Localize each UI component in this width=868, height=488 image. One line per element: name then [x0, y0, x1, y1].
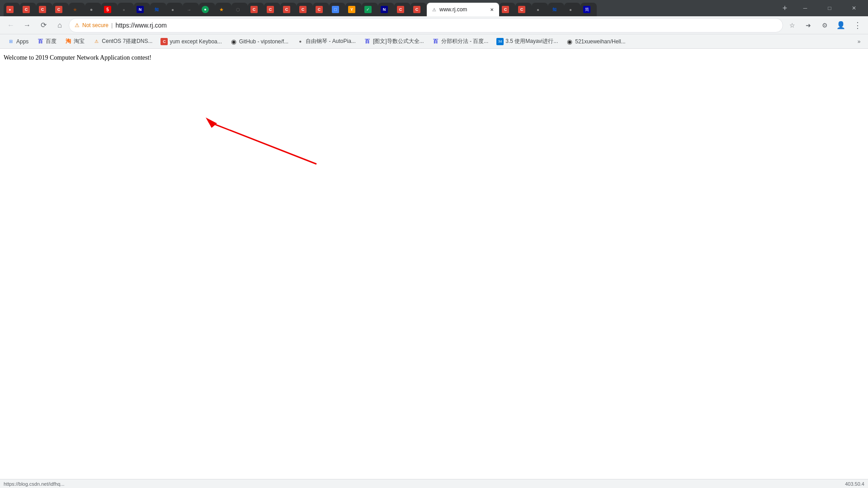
cast-button[interactable]: ➜ [801, 18, 816, 33]
bookmark-integral[interactable]: 百 分部积分法 - 百度... [429, 36, 492, 47]
bookmarks-more-button[interactable]: » [854, 36, 864, 47]
maximize-button[interactable]: □ [819, 0, 840, 16]
bookmark-piano[interactable]: ● 自由钢琴 - AutoPia... [293, 36, 359, 47]
security-icon: ⚠ [75, 22, 80, 28]
tab-19[interactable]: C [297, 3, 313, 16]
tab-favicon-3: C [39, 6, 46, 13]
taobao-icon: 淘 [65, 38, 72, 45]
page-content: Welcome to 2019 Computer Network Applica… [0, 49, 868, 479]
tab-favicon-21: □ [332, 6, 339, 13]
tab-favicon-22: Y [348, 6, 355, 13]
bookmark-521[interactable]: ◉ 521xueweihan/Hell... [562, 36, 629, 47]
bookmark-apps[interactable]: ⊞ Apps [4, 36, 32, 47]
tab-9[interactable]: N [134, 3, 150, 16]
tab-18[interactable]: C [280, 3, 297, 16]
tab-3[interactable]: C [36, 3, 52, 16]
tab-21[interactable]: □ [329, 3, 345, 16]
new-tab-button[interactable]: + [778, 2, 791, 14]
forward-button[interactable]: → [20, 18, 34, 33]
tab-10[interactable]: 知 [150, 3, 166, 16]
address-bar[interactable]: ⚠ Not secure | https://www.rj.com [69, 18, 783, 33]
tab-favicon-15: ⬡ [234, 6, 241, 13]
bookmark-math[interactable]: 百 [图文]导数公式大全... [360, 36, 428, 47]
mayavi-icon: 3d [496, 38, 504, 45]
tab-23[interactable]: ✓ [362, 3, 378, 16]
extensions-button[interactable]: ⚙ [817, 18, 832, 33]
tab-favicon-4: C [55, 6, 62, 13]
tab-favicon-19: C [299, 6, 307, 13]
tab-favicon-8: ● [120, 6, 127, 13]
bookmark-521-label: 521xueweihan/Hell... [575, 38, 625, 45]
tab-12[interactable]: → [183, 3, 199, 16]
reload-button[interactable]: ⟳ [36, 18, 51, 33]
tab-favicon-28: C [502, 6, 509, 13]
svg-line-1 [209, 122, 316, 164]
bookmark-mayavi-label: 3.5 使用Mayavi进行... [505, 38, 558, 45]
profile-button[interactable]: 👤 [834, 18, 848, 33]
tab-11[interactable]: ● [166, 3, 183, 16]
url-separator: | [111, 22, 113, 28]
tab-4[interactable]: C [52, 3, 69, 16]
home-button[interactable]: ⌂ [52, 18, 67, 33]
tab-6[interactable]: ● [85, 3, 101, 16]
centos-icon: ⚠ [93, 38, 100, 45]
tab-29[interactable]: C [515, 3, 532, 16]
status-info: 403.50.4 [845, 481, 864, 487]
tab-13[interactable]: ● [199, 3, 215, 16]
tab-17[interactable]: C [264, 3, 280, 16]
bookmark-taobao[interactable]: 淘 淘宝 [61, 36, 88, 47]
tab-24[interactable]: N [378, 3, 394, 16]
bookmark-star-button[interactable]: ☆ [785, 18, 799, 33]
tab-33[interactable]: 简 [580, 3, 597, 16]
tab-active[interactable]: ⚠ www.rj.com ✕ [427, 3, 499, 16]
bookmark-baidu[interactable]: 百 百度 [33, 36, 60, 47]
tab-favicon-30: ● [534, 6, 542, 13]
tab-8[interactable]: ● [118, 3, 134, 16]
apps-icon: ⊞ [7, 38, 14, 45]
tab-favicon-1: ● [6, 6, 14, 13]
bookmark-yum[interactable]: C yum except Keyboa... [157, 36, 225, 47]
bookmarks-bar: ⊞ Apps 百 百度 淘 淘宝 ⚠ CentOS 7搭建DNS... C yu… [0, 34, 868, 49]
github2-icon: ◉ [566, 38, 573, 45]
tab-15[interactable]: ⬡ [231, 3, 248, 16]
back-button[interactable]: ← [4, 18, 18, 33]
tab-30[interactable]: ● [532, 3, 548, 16]
welcome-text: Welcome to 2019 Computer Network Applica… [0, 49, 868, 67]
bookmark-github[interactable]: ◉ GitHub - vipstone/f... [226, 36, 292, 47]
tab-7[interactable]: 5 [101, 3, 118, 16]
bookmark-piano-label: 自由钢琴 - AutoPia... [306, 38, 356, 45]
yum-icon: C [160, 38, 168, 45]
close-button[interactable]: ✕ [844, 0, 864, 16]
tab-5[interactable]: ★ [69, 3, 85, 16]
close-tab-active[interactable]: ✕ [488, 6, 495, 13]
tab-16[interactable]: C [248, 3, 264, 16]
browser-window: ● C C C ★ ● 5 ● N [0, 0, 868, 488]
tab-2[interactable]: C [20, 3, 36, 16]
bookmark-yum-label: yum except Keyboa... [170, 38, 222, 45]
bookmark-mayavi[interactable]: 3d 3.5 使用Mayavi进行... [493, 36, 561, 47]
window-controls: ─ □ ✕ [795, 0, 864, 16]
tab-28[interactable]: C [499, 3, 515, 16]
tab-26[interactable]: C [410, 3, 427, 16]
tab-31[interactable]: 知 [548, 3, 564, 16]
tab-favicon-13: ● [202, 6, 209, 13]
tab-14[interactable]: ★ [215, 3, 231, 16]
github-icon: ◉ [230, 38, 237, 45]
tab-favicon-6: ● [88, 6, 95, 13]
menu-button[interactable]: ⋮ [850, 18, 864, 33]
tab-favicon-25: C [397, 6, 404, 13]
tab-1[interactable]: ● [4, 3, 20, 16]
bookmark-centos-label: CentOS 7搭建DNS... [102, 38, 152, 45]
bookmark-centos[interactable]: ⚠ CentOS 7搭建DNS... [89, 36, 156, 47]
svg-marker-2 [206, 117, 217, 128]
bookmark-taobao-label: 淘宝 [74, 38, 85, 45]
tab-20[interactable]: C [313, 3, 329, 16]
tab-favicon-12: → [185, 6, 193, 13]
tab-strip: ● C C C ★ ● 5 ● N [4, 0, 777, 16]
tab-32[interactable]: ● [564, 3, 580, 16]
baidu3-icon: 百 [432, 38, 439, 45]
minimize-button[interactable]: ─ [795, 0, 816, 16]
baidu-icon: 百 [37, 38, 44, 45]
tab-22[interactable]: Y [345, 3, 362, 16]
tab-25[interactable]: C [394, 3, 410, 16]
